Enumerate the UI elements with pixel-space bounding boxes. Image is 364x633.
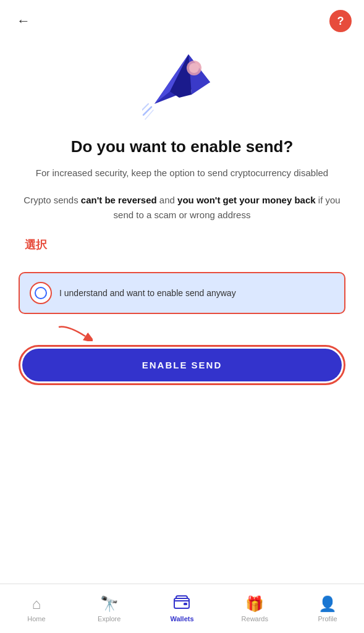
nav-label-profile: Profile xyxy=(318,615,337,622)
enable-send-button[interactable]: ENABLE SEND xyxy=(22,349,342,381)
subtitle-text: For increased security, keep the option … xyxy=(36,166,328,181)
nav-item-wallets[interactable]: Wallets xyxy=(146,592,219,626)
nav-label-home: Home xyxy=(27,615,45,622)
back-icon: ← xyxy=(17,13,30,29)
rewards-icon: 🎁 xyxy=(245,595,264,613)
nav-label-explore: Explore xyxy=(98,615,121,622)
svg-rect-11 xyxy=(184,603,187,605)
checkbox-circle xyxy=(35,287,47,299)
profile-icon: 👤 xyxy=(318,595,337,613)
wallets-icon xyxy=(174,595,190,613)
help-icon: ? xyxy=(337,15,344,28)
help-button[interactable]: ? xyxy=(329,10,352,32)
checkbox-row[interactable]: I understand and want to enable send any… xyxy=(19,272,345,314)
enable-send-button-wrapper: ENABLE SEND xyxy=(19,345,345,385)
illustration xyxy=(142,48,222,122)
checkbox-label: I understand and want to enable send any… xyxy=(59,288,334,298)
explore-icon: 🔭 xyxy=(100,595,119,613)
header: ← ? xyxy=(0,0,364,42)
checkbox[interactable] xyxy=(30,282,52,304)
svg-marker-3 xyxy=(170,54,192,98)
back-button[interactable]: ← xyxy=(12,10,35,32)
annotation-container: 選択 xyxy=(19,237,345,253)
svg-point-5 xyxy=(189,63,199,73)
nav-label-wallets: Wallets xyxy=(170,615,193,622)
arrow-annotation xyxy=(19,324,345,342)
nav-label-rewards: Rewards xyxy=(242,615,268,622)
nav-item-home[interactable]: ⌂ Home xyxy=(0,592,73,626)
nav-item-profile[interactable]: 👤 Profile xyxy=(291,592,364,626)
paper-plane-icon xyxy=(142,48,222,122)
bottom-nav: ⌂ Home 🔭 Explore Wallets 🎁 Rewards 👤 Pro… xyxy=(0,584,364,633)
page-title: Do you want to enable send? xyxy=(71,137,294,156)
annotation-label: 選択 xyxy=(25,237,47,252)
svg-line-7 xyxy=(142,104,148,110)
nav-item-explore[interactable]: 🔭 Explore xyxy=(73,592,146,626)
main-content: Do you want to enable send? For increase… xyxy=(0,42,364,584)
warning-text: Crypto sends can't be reversed and you w… xyxy=(19,193,345,223)
arrow-icon xyxy=(56,324,93,341)
home-icon: ⌂ xyxy=(32,595,41,613)
nav-item-rewards[interactable]: 🎁 Rewards xyxy=(218,592,291,626)
